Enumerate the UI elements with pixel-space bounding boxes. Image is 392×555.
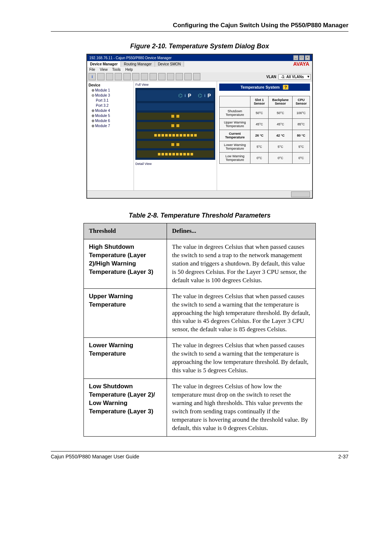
- toolbar-icon[interactable]: [141, 73, 148, 80]
- temp-cell: 100°C: [293, 108, 310, 119]
- window-titlebar: 192.168.76.11 - Cajun P550/P880 Device M…: [87, 54, 312, 61]
- maximize-icon[interactable]: □: [299, 55, 304, 60]
- tree-module-label: Module 4: [95, 109, 110, 113]
- top-tabs: Device Manager Routing Manager Device SM…: [87, 61, 184, 67]
- right-panel-title: Temperature System ?: [219, 84, 310, 91]
- temp-row-label: Lower Warning Temperature: [220, 141, 250, 153]
- tree-module-label: Module 3: [95, 93, 110, 97]
- toolbar-icon[interactable]: [132, 73, 139, 80]
- param-desc: The value in degrees Celsius of how low …: [167, 379, 316, 437]
- menu-file[interactable]: File: [89, 68, 95, 72]
- table-row: Low Shutdown Temperature (Layer 2)/ Low …: [84, 379, 316, 437]
- expand-icon[interactable]: ⊕: [91, 119, 94, 123]
- power-icon: P: [208, 93, 211, 98]
- tree-port[interactable]: Port 3.1: [96, 98, 132, 103]
- info-icon[interactable]: i: [89, 73, 96, 80]
- head-rule: [51, 31, 348, 32]
- vlan-selector: VLAN -1: All VLANs: [266, 74, 311, 80]
- expand-icon[interactable]: ⊕: [91, 109, 94, 113]
- toolbar-icon[interactable]: [123, 73, 131, 80]
- toolbar-icon[interactable]: [158, 73, 166, 80]
- param-label: Low Shutdown Temperature (Layer 2)/ Low …: [84, 379, 167, 437]
- toolbar-icon[interactable]: [167, 73, 174, 80]
- tree-module-label: Module 6: [95, 119, 110, 123]
- expand-icon[interactable]: ⊕: [91, 124, 94, 128]
- vlan-label: VLAN: [266, 75, 276, 79]
- temp-row-label: Upper Warning Temperature: [220, 119, 250, 130]
- chassis-row: ⌬iP ⌬iP: [137, 90, 214, 101]
- tree-module[interactable]: ⊕Module 5: [91, 113, 132, 118]
- close-icon[interactable]: ×: [305, 55, 310, 60]
- tree-module[interactable]: ⊕Module 1: [91, 88, 132, 93]
- toolbar-icon[interactable]: [193, 73, 200, 80]
- port-indicator: [171, 143, 174, 146]
- menubar: File View Tools Help: [87, 67, 312, 72]
- center-panel: Full View ⌬iP ⌬iP: [134, 81, 217, 190]
- menu-help[interactable]: Help: [125, 68, 133, 72]
- tab-device-smon[interactable]: Device SMON: [155, 61, 184, 67]
- chassis-row: [137, 103, 214, 110]
- port-strip: [157, 152, 194, 156]
- temp-row-label: Low Warning Temperature: [220, 153, 250, 164]
- table-row: Shutdown Temperature 50°C 50°C 100°C: [220, 108, 310, 119]
- tab-routing-manager[interactable]: Routing Manager: [121, 61, 155, 67]
- temp-cell: 80 °C: [293, 130, 310, 141]
- port-indicator: [171, 124, 174, 127]
- info-icon: i: [185, 94, 186, 98]
- table-row: Upper Warning Temperature 45°C 45°C 85°C: [220, 119, 310, 130]
- power-icon: P: [188, 93, 191, 98]
- temp-cell: 50°C: [250, 108, 269, 119]
- tree-module[interactable]: ⊖Module 3: [91, 93, 132, 98]
- screenshot: 192.168.76.11 - Cajun P550/P880 Device M…: [86, 54, 313, 199]
- temp-cell: 50°C: [268, 108, 292, 119]
- tree-module[interactable]: ⊕Module 6: [91, 118, 132, 123]
- toolbar-icon[interactable]: [97, 73, 105, 80]
- toolbar-icon[interactable]: [184, 73, 192, 80]
- expand-icon[interactable]: ⊕: [91, 88, 94, 92]
- tree-module[interactable]: ⊕Module 4: [91, 108, 132, 113]
- toolbar-icon[interactable]: [115, 73, 122, 80]
- fan-icon: ⌬: [198, 93, 202, 98]
- temp-cell: 85°C: [293, 119, 310, 130]
- footer-left: Cajun P550/P880 Manager User Guide: [51, 454, 139, 459]
- tree-module[interactable]: ⊕Module 7: [91, 123, 132, 129]
- right-panel-title-text: Temperature System: [241, 85, 280, 89]
- collapse-icon[interactable]: ⊖: [91, 93, 94, 97]
- temp-cell: 0°C: [293, 153, 310, 164]
- detailview-label: Detail View: [135, 162, 215, 166]
- port-strip: [154, 133, 197, 137]
- right-panel: Temperature System ? Slot 1 Sensor Backp…: [217, 81, 312, 190]
- menu-tools[interactable]: Tools: [112, 68, 121, 72]
- tab-device-manager[interactable]: Device Manager: [87, 61, 121, 67]
- tree-root[interactable]: Device: [89, 83, 132, 88]
- toolbar-icon[interactable]: [150, 73, 157, 80]
- chassis-row: [137, 131, 214, 139]
- fullview-label: Full View: [135, 83, 215, 86]
- menu-view[interactable]: View: [100, 68, 108, 72]
- minimize-icon[interactable]: _: [293, 55, 298, 60]
- temp-cell: 0°C: [268, 153, 292, 164]
- param-desc: The value in degrees Celsius that when p…: [167, 239, 316, 288]
- temp-row-label: Shutdown Temperature: [220, 108, 250, 119]
- running-head: Configuring the Cajun Switch Using the P…: [51, 22, 348, 29]
- temp-cell: 42 °C: [268, 130, 292, 141]
- vlan-dropdown[interactable]: -1: All VLANs: [278, 74, 311, 80]
- footer-right: 2-37: [338, 454, 348, 459]
- temp-cell: 5°C: [293, 141, 310, 153]
- status-indicator: [291, 191, 310, 197]
- chassis-row: [137, 141, 214, 148]
- temp-row-label: Current Temperature: [220, 130, 250, 141]
- param-label: High Shutdown Temperature (Layer 2)/High…: [84, 239, 167, 288]
- fan-icon: ⌬: [178, 93, 183, 98]
- param-desc: The value in degrees Celsius that when p…: [167, 338, 316, 379]
- tree-port[interactable]: Port 3.2: [96, 103, 132, 108]
- window-controls: _ □ ×: [293, 55, 310, 60]
- help-icon[interactable]: ?: [283, 85, 289, 90]
- toolbar-icon[interactable]: [106, 73, 113, 80]
- col-defines: Defines...: [167, 223, 316, 239]
- toolbar-icon[interactable]: [176, 73, 183, 80]
- device-tree: Device ⊕Module 1 ⊖Module 3 Port 3.1 Port…: [87, 81, 134, 190]
- chassis-view[interactable]: ⌬iP ⌬iP: [135, 88, 215, 160]
- params-table: Threshold Defines... High Shutdown Tempe…: [83, 223, 316, 437]
- expand-icon[interactable]: ⊕: [91, 114, 94, 118]
